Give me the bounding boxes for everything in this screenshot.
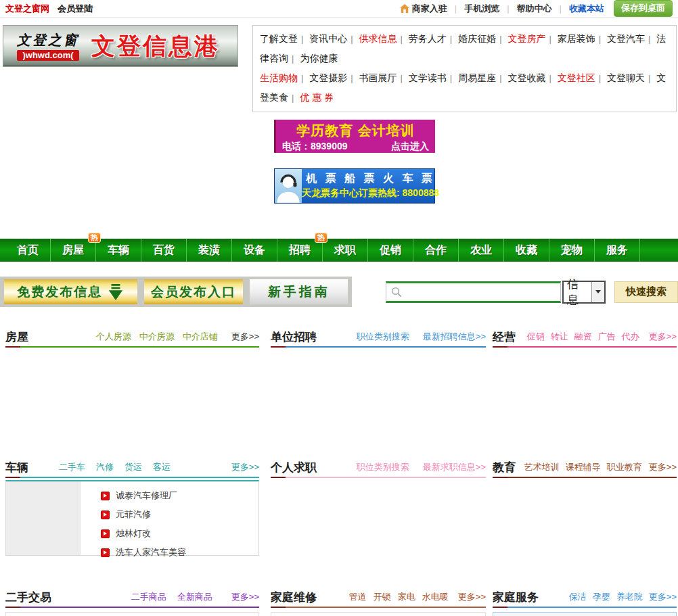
separator: |	[401, 73, 403, 83]
more-link[interactable]: 更多>>	[649, 331, 677, 343]
section-link[interactable]: 水电暖	[422, 591, 449, 603]
list-item[interactable]: 元菲汽修	[101, 505, 258, 524]
list-item[interactable]: 洗车人家汽车美容	[101, 543, 258, 562]
chevron-down-icon	[591, 282, 604, 302]
header-link[interactable]: 优 惠 券	[300, 92, 334, 103]
nav-item-recruit[interactable]: 招聘 热	[277, 239, 323, 262]
section-link[interactable]: 二手商品	[131, 591, 166, 603]
nav-item-pets[interactable]: 宠物	[549, 239, 595, 262]
newbie-guide-button[interactable]: 新手指南	[250, 279, 348, 304]
header-link[interactable]: 资讯中心	[309, 33, 347, 44]
nav-item-equipment[interactable]: 设备	[232, 239, 277, 262]
header-link[interactable]: 劳务人才	[409, 33, 447, 44]
nav-item-house[interactable]: 房屋 热	[51, 239, 96, 262]
home-icon	[400, 4, 409, 13]
member-entry-button[interactable]: 会员发布入口	[144, 279, 244, 304]
header-link[interactable]: 家居装饰	[558, 33, 595, 44]
header-link[interactable]: 文登收藏	[507, 72, 545, 83]
section-link[interactable]: 养老院	[616, 591, 643, 603]
site-logo[interactable]: 文登之窗 )whwd.com( 文登信息港	[3, 25, 238, 67]
more-link[interactable]: 更多>>	[458, 591, 486, 603]
section-link[interactable]: 全新商品	[177, 591, 212, 603]
nav-item-promo[interactable]: 促销	[368, 239, 413, 262]
section-link[interactable]: 职位类别搜索	[357, 331, 409, 343]
separator: |	[292, 53, 294, 64]
nav-item-decor[interactable]: 装潢	[187, 239, 232, 262]
nav-item-label: 招聘	[289, 244, 311, 256]
free-publish-button[interactable]: 免费发布信息	[4, 279, 137, 304]
search-category-select[interactable]: 信息	[562, 281, 606, 304]
header-link[interactable]: 文登聊天	[607, 72, 645, 83]
list-item[interactable]: 烛林灯改	[101, 524, 258, 543]
section-link[interactable]: 代办	[622, 331, 639, 343]
site-home-link[interactable]: 文登之窗网	[5, 3, 49, 15]
section-link[interactable]: 开锁	[374, 591, 391, 603]
favorite-site-link[interactable]: 收藏本站	[569, 3, 604, 15]
nav-item-jobseek[interactable]: 求职	[323, 239, 368, 262]
section-link[interactable]: 汽修	[96, 461, 114, 473]
more-link[interactable]: 更多>>	[231, 591, 259, 603]
more-link[interactable]: 最新求职信息>>	[423, 461, 486, 473]
more-link[interactable]: 更多>>	[649, 461, 677, 473]
section-link[interactable]: 广告	[598, 331, 616, 343]
header-link[interactable]: 文登房产	[507, 33, 545, 44]
nav-item-home[interactable]: 首页	[5, 239, 51, 262]
home-repair-box	[271, 612, 486, 616]
section-link[interactable]: 家电	[398, 591, 415, 603]
section-link[interactable]: 课程辅导	[566, 461, 601, 473]
header-link[interactable]: 文登社区	[558, 72, 595, 83]
section-link[interactable]: 孕婴	[593, 591, 610, 603]
help-center-link[interactable]: 帮助中心	[517, 3, 552, 15]
section-link[interactable]: 管道	[349, 591, 367, 603]
search-category-value: 信息	[567, 277, 589, 308]
section-link[interactable]: 艺术培训	[524, 461, 560, 473]
header-link[interactable]: 文学读书	[409, 72, 447, 83]
save-to-desktop-button[interactable]: 保存到桌面	[614, 0, 673, 17]
section-link[interactable]: 促销	[527, 331, 545, 343]
header-link[interactable]: 文登摄影	[309, 72, 347, 83]
header-link[interactable]: 文登汽车	[607, 33, 645, 44]
section-link[interactable]: 融资	[574, 331, 592, 343]
member-login-link[interactable]: 会员登陆	[58, 3, 93, 15]
topbar-right: 商家入驻 | 手机浏览 | 帮助中心 | 收藏本站 保存到桌面	[400, 0, 673, 17]
nav-item-collect[interactable]: 收藏	[504, 239, 549, 262]
more-link[interactable]: 更多>>	[649, 591, 677, 603]
section-link[interactable]: 保洁	[569, 591, 587, 603]
more-link[interactable]: 更多>>	[231, 331, 259, 343]
header-link[interactable]: 为你健康	[300, 53, 338, 64]
arrow-down-icon	[108, 283, 124, 301]
header-link[interactable]: 生活购物	[260, 72, 298, 83]
section-link[interactable]: 客运	[153, 461, 171, 473]
section-link[interactable]: 二手车	[59, 461, 85, 473]
list-item[interactable]: 诚泰汽车修理厂	[101, 486, 258, 505]
header-link[interactable]: 供求信息	[359, 33, 397, 44]
section-link[interactable]: 职业教育	[607, 461, 642, 473]
mobile-browse-link[interactable]: 手机浏览	[464, 3, 499, 15]
search-input[interactable]	[406, 287, 556, 298]
header-link[interactable]: 婚庆征婚	[458, 33, 496, 44]
header-link[interactable]: 书画展厅	[359, 72, 397, 83]
more-link[interactable]: 最新招聘信息>>	[423, 331, 486, 343]
nav-item-services[interactable]: 服务	[595, 239, 640, 262]
quick-search-button[interactable]: 快速搜索	[614, 281, 678, 303]
nav-item-vehicles[interactable]: 车辆	[96, 239, 141, 262]
merchant-join-link[interactable]: 商家入驻	[400, 3, 447, 15]
nav-item-agriculture[interactable]: 农业	[459, 239, 504, 262]
section-link[interactable]: 中介店铺	[183, 331, 218, 343]
section-link[interactable]: 中介房源	[139, 331, 175, 343]
more-link[interactable]: 更多>>	[231, 461, 259, 473]
nav-item-coop[interactable]: 合作	[413, 239, 459, 262]
education-ad-cta: 点击进入	[391, 141, 429, 153]
section-link[interactable]: 职位类别搜索	[357, 461, 409, 473]
section-link[interactable]: 货运	[125, 461, 142, 473]
logo-domain: )whwd.com(	[17, 50, 79, 61]
header-link[interactable]: 周易星座	[458, 72, 496, 83]
section-link[interactable]: 个人房源	[96, 331, 131, 343]
ticket-ad-banner[interactable]: 机 票 船 票 火 车 票 天龙票务中心订票热线: 8800888	[274, 168, 435, 204]
section-link[interactable]: 转让	[551, 331, 568, 343]
education-ad-banner[interactable]: 学历教育 会计培训 电话：8939009 点击进入	[274, 120, 435, 153]
main-nav: 首页 房屋 热 车辆 百货 装潢 设备 招聘 热 求职 促销 合作 农业 收藏 …	[0, 239, 678, 262]
header-link[interactable]: 了解文登	[260, 33, 298, 44]
nav-item-goods[interactable]: 百货	[141, 239, 187, 262]
separator: |	[648, 73, 650, 83]
